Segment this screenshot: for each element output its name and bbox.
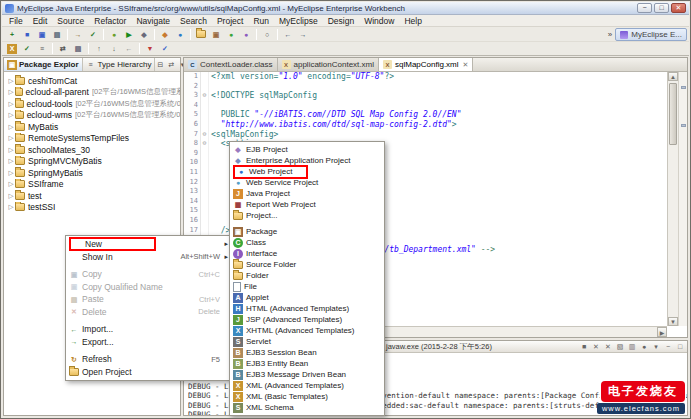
maximize-button[interactable]: □ [654,3,669,13]
terminate-icon[interactable]: ■ [579,342,589,352]
context-item-refresh[interactable]: ↻RefreshF5 [66,353,232,366]
context-item-export[interactable]: →Export... [66,336,232,349]
expand-arrow-icon[interactable]: ▷ [7,180,15,188]
editor-vertical-scrollbar[interactable]: ▲ ▼ [667,72,678,326]
expand-arrow-icon[interactable]: ▷ [7,77,15,85]
new-submenumenu-item-report-web-project[interactable]: ▦Report Web Project [230,199,384,210]
menu-design[interactable]: Design [323,15,359,26]
export-war-button[interactable]: → [71,28,85,41]
new-submenumenu-item-ejb3-message-driven-bean[interactable]: BEJB3 Message Driven Bean [230,369,384,380]
new-submenumenu-item-jsp-advanced-templates[interactable]: JJSP (Advanced Templates) [230,314,384,325]
tree-item-ecloud-tools[interactable]: ▷ecloud-tools[02平台/16WMS信息管理系统/03研发] [4,98,180,110]
new-submenumenu-item-web-project[interactable]: ●Web Project [230,166,384,177]
bookmark-button[interactable]: ▼ [143,42,157,55]
new-submenumenu-item-source-folder[interactable]: Source Folder [230,259,384,270]
menu-myeclipse[interactable]: MyEclipse [274,15,323,26]
tree-item-remotesystemstempfiles[interactable]: ▷RemoteSystemsTempFiles [4,133,180,145]
context-item-open-project[interactable]: Open Project [66,366,232,379]
prev-annotation-button[interactable]: ↑ [92,42,106,55]
new-submenumenu-item-ejb-project[interactable]: ◆EJB Project [230,144,384,155]
tree-item-ceshitomcat[interactable]: ▷ceshiTomCat [4,75,180,87]
task-button[interactable]: ✓ [158,42,172,55]
menu-run[interactable]: Run [248,15,274,26]
overview-ruler[interactable] [678,72,687,326]
new-submenumenu-item-class[interactable]: CClass [230,237,384,248]
new-submenumenu-item-ejb3-session-bean[interactable]: BEJB3 Session Bean [230,347,384,358]
new-submenumenu-item-package[interactable]: ▣Package [230,226,384,237]
new-submenumenu-item-servlet[interactable]: SServlet [230,336,384,347]
new-class-button[interactable]: ● [224,28,238,41]
code-line-7[interactable]: 7⊖<sqlMapConfig> [184,130,667,140]
expand-arrow-icon[interactable]: ▷ [7,88,15,96]
tree-item-springmybatis[interactable]: ▷SpringMyBatis [4,167,180,179]
run-button[interactable]: ▶ [122,28,136,41]
expand-arrow-icon[interactable]: ▷ [7,169,15,177]
code-line-1[interactable]: 1<?xml version="1.0" encoding="UTF-8"?> [184,72,667,82]
next-annotation-button[interactable]: ↓ [107,42,121,55]
print-button[interactable]: ▤ [50,28,64,41]
new-submenumenu-item-ejb3-entity-bean[interactable]: BEJB3 Entity Bean [230,358,384,369]
tab-type-hierarchy[interactable]: ≡Type Hierarchy [83,58,156,71]
menu-search[interactable]: Search [175,15,212,26]
context-item-delete[interactable]: ✕DeleteDelete [66,306,232,319]
tree-item-springmvcmybatis[interactable]: ▷SpringMVCMyBatis [4,156,180,168]
expand-arrow-icon[interactable]: ▷ [7,100,15,108]
menu-help[interactable]: Help [399,15,426,26]
remove-launch-icon[interactable]: ✕ [591,342,601,352]
code-line-5[interactable]: 5 PUBLIC "-//iBATIS.com//DTD SQL Map Con… [184,110,667,120]
context-item-import[interactable]: ←Import... [66,323,232,336]
new-submenumenu-item-interface[interactable]: IInterface [230,248,384,259]
editor-tab-applicationcontext-xml[interactable]: XapplicationContext.xml [278,58,379,71]
new-submenumenu-item-java-project[interactable]: JJava Project [230,188,384,199]
new-package-button[interactable]: ▣ [209,28,223,41]
collapse-all-icon[interactable]: ⊟ [155,60,165,70]
editor-tab-contextloader-class[interactable]: CContextLoader.class [184,58,278,71]
code-line-4[interactable]: 4 [184,101,667,111]
new-submenumenu-item-xml-advanced-templates[interactable]: XXML (Advanced Templates) [230,380,384,391]
tree-item-schoolmates-30[interactable]: ▷schoolMates_30 [4,144,180,156]
context-item-copy-qualified-name[interactable]: ▣Copy Qualified Name [66,281,232,294]
new-xml-button[interactable]: X [5,42,19,55]
tab-package-explor[interactable]: ▣Package Explor [4,58,83,71]
last-edit-button[interactable]: ← [122,42,136,55]
save-all-button[interactable]: ▣ [35,28,49,41]
tree-item-ecloud-all-parent[interactable]: ▷ecloud-all-parent[02平台/16WMS信息管理系统/03研发… [4,87,180,99]
scroll-down-icon[interactable]: ▼ [668,317,678,326]
per​spective-switcher[interactable]: MyEclipse E... [615,28,687,41]
vertical-scroll-thumb[interactable] [669,83,677,145]
debug-button[interactable]: ● [107,28,121,41]
context-item-paste[interactable]: ▤PasteCtrl+V [66,293,232,306]
code-line-2[interactable]: 2 [184,82,667,92]
fold-marker-icon[interactable]: ⊖ [200,91,209,101]
maximize-icon[interactable]: □ [675,342,685,352]
new-web-project-button[interactable] [194,28,208,41]
tree-item-test[interactable]: ▷test [4,190,180,202]
profile-button[interactable]: ◆ [137,28,151,41]
link-editor-button[interactable]: ⇄ [56,42,70,55]
scroll-up-icon[interactable]: ▲ [668,72,678,81]
minimize-icon[interactable]: − [663,342,673,352]
pin-console-icon[interactable]: ● [639,342,649,352]
expand-arrow-icon[interactable]: ▷ [7,134,15,142]
link-with-editor-icon[interactable]: ⇄ [166,60,176,70]
context-item-copy[interactable]: ▣CopyCtrl+C [66,268,232,281]
code-line-3[interactable]: 3⊖<!DOCTYPE sqlMapConfig [184,91,667,101]
menu-project[interactable]: Project [212,15,248,26]
clear-console-icon[interactable]: ▧ [615,342,625,352]
toolbar-overflow-chevron[interactable]: » [608,30,612,39]
menu-edit[interactable]: Edit [28,15,53,26]
remove-all-launches-icon[interactable]: ✕ [603,342,613,352]
new-interface-button[interactable]: ● [239,28,253,41]
validate-xml-button[interactable]: ✓ [20,42,34,55]
close-tab-icon[interactable]: ✕ [463,61,469,69]
outline-button[interactable]: ▤ [71,42,85,55]
expand-arrow-icon[interactable]: ▷ [7,192,15,200]
back-button[interactable]: ← [281,28,295,41]
new-submenumenu-item-project[interactable]: Project... [230,210,384,221]
web-browser-button[interactable]: ● [173,28,187,41]
menu-file[interactable]: File [4,15,28,26]
new-submenumenu-item-folder[interactable]: Folder [230,270,384,281]
expand-arrow-icon[interactable]: ▷ [7,157,15,165]
scroll-lock-icon[interactable]: ▥ [627,342,637,352]
scroll-right-icon[interactable]: ▶ [657,327,667,337]
